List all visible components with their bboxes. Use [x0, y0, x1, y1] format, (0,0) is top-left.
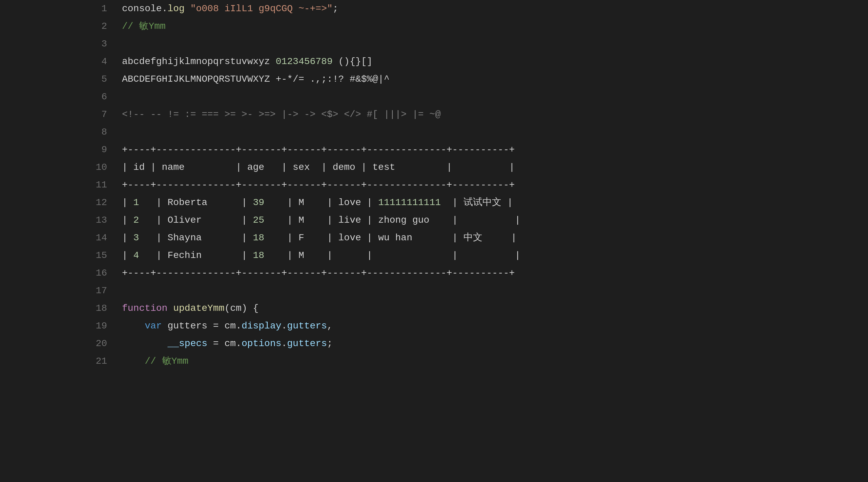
line-number-17: 17 [0, 282, 107, 300]
line-number-18: 18 [0, 300, 107, 317]
line-number-11: 11 [0, 176, 107, 194]
code-area: console.log "o008 iIlL1 g9qCGQ ~-+=>";//… [115, 0, 868, 482]
line-number-19: 19 [0, 317, 107, 335]
line-number-10: 10 [0, 159, 107, 176]
line-number-4: 4 [0, 53, 107, 71]
line-number-2: 2 [0, 18, 107, 35]
code-line-17 [122, 282, 868, 300]
code-line-6 [122, 88, 868, 106]
line-number-15: 15 [0, 247, 107, 264]
code-line-18: function updateYmm(cm) { [122, 300, 868, 317]
code-line-4: abcdefghijklmnopqrstuvwxyz 0123456789 ()… [122, 53, 868, 71]
code-line-16: +----+--------------+-------+------+----… [122, 264, 868, 282]
line-number-20: 20 [0, 335, 107, 353]
code-line-2: // 敏Ymm [122, 18, 868, 35]
code-line-5: ABCDEFGHIJKLMNOPQRSTUVWXYZ +-*/= .,;:!? … [122, 71, 868, 88]
code-line-1: console.log "o008 iIlL1 g9qCGQ ~-+=>"; [122, 0, 868, 18]
code-line-15: | 4 | Fechin | 18 | M | | | | [122, 247, 868, 264]
code-line-8 [122, 123, 868, 141]
line-number-12: 12 [0, 194, 107, 212]
code-line-20: __specs = cm.options.gutters; [122, 335, 868, 353]
line-number-6: 6 [0, 88, 107, 106]
line-number-8: 8 [0, 123, 107, 141]
line-number-5: 5 [0, 71, 107, 88]
code-line-21: // 敏Ymm [122, 353, 868, 370]
code-line-11: +----+--------------+-------+------+----… [122, 176, 868, 194]
code-line-3 [122, 35, 868, 53]
code-line-13: | 2 | Oliver | 25 | M | live | zhong guo… [122, 212, 868, 229]
line-number-3: 3 [0, 35, 107, 53]
code-line-9: +----+--------------+-------+------+----… [122, 141, 868, 159]
code-line-7: <!-- -- != := === >= >- >=> |-> -> <$> <… [122, 106, 868, 123]
line-number-7: 7 [0, 106, 107, 123]
line-number-9: 9 [0, 141, 107, 159]
line-number-16: 16 [0, 264, 107, 282]
line-numbers: 123456789101112131415161718192021 [0, 0, 115, 482]
code-line-19: var gutters = cm.display.gutters, [122, 317, 868, 335]
code-line-12: | 1 | Roberta | 39 | M | love | 11111111… [122, 194, 868, 212]
line-number-14: 14 [0, 229, 107, 247]
line-number-1: 1 [0, 0, 107, 18]
line-number-21: 21 [0, 353, 107, 370]
code-line-14: | 3 | Shayna | 18 | F | love | wu han | … [122, 229, 868, 247]
code-line-10: | id | name | age | sex | demo | test | … [122, 159, 868, 176]
line-number-13: 13 [0, 212, 107, 229]
